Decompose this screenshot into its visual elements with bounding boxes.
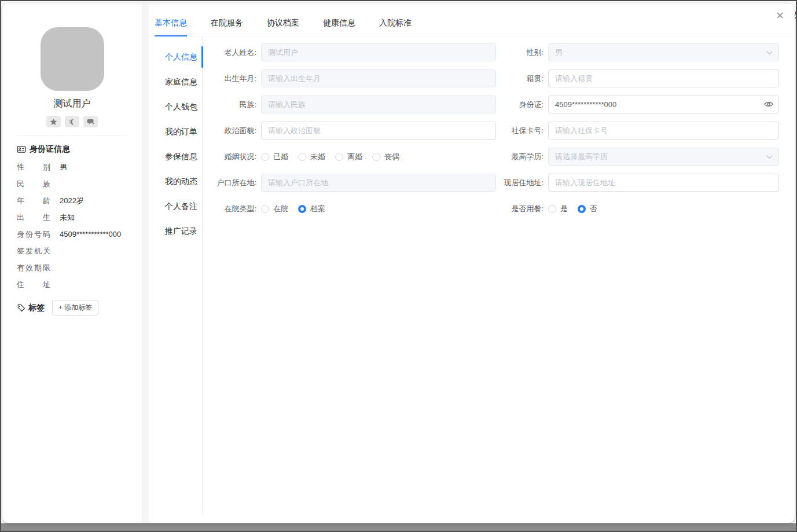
education-select[interactable] [548,148,779,166]
credit-button[interactable] [65,116,79,127]
tab-bar: 基本信息 在院服务 协议档案 健康信息 入院标准 [149,3,795,36]
radio-checked-icon [578,205,586,213]
id-row-value: 4509***********000 [60,230,121,239]
tab-admission-criteria[interactable]: 入院标准 [379,18,412,36]
elder-name-input[interactable] [261,43,496,61]
close-icon[interactable]: ✕ [776,10,784,21]
radio-divorced[interactable]: 离婚 [335,152,362,162]
radio-label: 丧偶 [384,152,399,162]
radio-meal-yes[interactable]: 是 [548,204,568,214]
radio-label: 是 [560,204,568,214]
meal-radio-group: 是 否 [548,204,779,214]
meal-label: 是否用餐: [496,204,548,214]
elder-name-label: 老人姓名: [203,47,261,58]
form-row: 出生年月: 籍贯: [203,69,780,87]
nav-family-info[interactable]: 家庭信息 [149,69,202,94]
residence-type-radio-group: 在院 档案 [261,204,496,214]
nav-personal-info[interactable]: 个人信息 [149,45,202,69]
radio-label: 否 [590,204,597,214]
nav-my-activity[interactable]: 我的动态 [149,169,202,194]
radio-label: 档案 [310,204,325,214]
backdrop-bottom-strip [1,523,796,531]
residence-type-label: 在院类型: [203,204,261,214]
add-tag-button[interactable]: + 添加标签 [52,300,98,315]
star-button[interactable] [46,116,61,127]
political-status-label: 政治面貌: [203,126,261,136]
message-button[interactable] [83,116,98,127]
radio-unchecked-icon [298,153,306,161]
household-address-label: 户口所在地: [203,178,261,188]
tag-icon [17,303,25,312]
avatar [41,27,104,91]
personal-info-form: 老人姓名: 性别: 出生年月: 籍贯: [203,36,795,523]
tab-in-facility-services[interactable]: 在院服务 [211,18,243,36]
chat-bubble-icon [87,118,95,126]
tab-agreement-archive[interactable]: 协议档案 [267,18,299,36]
form-row: 老人姓名: 性别: [203,43,780,61]
form-row: 婚姻状况: 已婚 未婚 离婚 丧偶 最高学历: [203,148,780,166]
radio-label: 离婚 [347,152,362,162]
native-place-label: 籍贯: [496,74,548,84]
social-security-input[interactable] [548,122,779,140]
id-row-label: 身份号码 [17,230,50,239]
section-nav: 个人信息 家庭信息 个人钱包 我的订单 参保信息 我的动态 个人备注 推广记录 [149,36,203,512]
radio-unchecked-icon [548,205,556,213]
form-row: 户口所在地: 现居住地址: [203,174,780,192]
radio-unchecked-icon [335,153,343,161]
gender-select[interactable] [548,43,779,61]
radio-meal-no[interactable]: 否 [578,204,597,214]
nav-insurance-info[interactable]: 参保信息 [149,144,202,169]
native-place-input[interactable] [548,69,779,87]
tags-section: 标签 + 添加标签 [17,300,127,315]
nav-referral-records[interactable]: 推广记录 [149,219,202,244]
radio-archive[interactable]: 档案 [298,204,325,214]
id-row-age: 年龄 2022岁 [17,196,127,205]
birth-date-label: 出生年月: [203,74,261,84]
elder-profile-dialog: 测试用户 身份证信息 性别 男 民族 年龄 2022岁 [2,3,795,523]
nav-personal-notes[interactable]: 个人备注 [149,194,202,219]
radio-unmarried[interactable]: 未婚 [298,152,325,162]
radio-unchecked-icon [261,205,269,213]
marital-status-label: 婚姻状况: [203,152,261,162]
household-address-input[interactable] [261,174,496,192]
radio-in-facility[interactable]: 在院 [261,204,288,214]
nav-my-orders[interactable]: 我的订单 [149,119,202,144]
gender-label: 性别: [496,47,548,58]
eye-icon[interactable] [764,100,773,108]
radio-unchecked-icon [372,153,380,161]
id-row-label: 年龄 [17,196,50,205]
nav-personal-wallet[interactable]: 个人钱包 [149,94,202,119]
id-number-label: 身份证: [496,100,548,110]
quick-action-row [17,116,127,135]
social-security-label: 社保卡号: [496,126,548,136]
radio-widowed[interactable]: 丧偶 [372,152,399,162]
id-row-id-number: 身份号码 4509***********000 [17,230,127,239]
id-row-birth: 出生 未知 [17,213,127,222]
id-row-ethnicity: 民族 [17,179,127,188]
current-address-input[interactable] [548,174,779,192]
id-row-label: 出生 [17,213,50,222]
id-number-input[interactable] [548,96,779,113]
birth-date-input[interactable] [261,69,496,87]
radio-label: 未婚 [310,152,325,162]
id-card-icon [17,145,26,154]
marital-status-radio-group: 已婚 未婚 离婚 丧偶 [261,152,496,162]
tab-body: 个人信息 家庭信息 个人钱包 我的订单 参保信息 我的动态 个人备注 推广记录 … [149,36,795,523]
political-status-input[interactable] [261,122,496,140]
education-label: 最高学历: [496,152,548,162]
id-row-label: 住址 [17,280,50,289]
id-row-value: 未知 [60,213,75,222]
radio-married[interactable]: 已婚 [261,152,288,162]
panel-divider [142,3,149,523]
id-row-label: 性别 [17,163,50,171]
radio-unchecked-icon [261,153,269,161]
tab-health-info[interactable]: 健康信息 [323,18,355,36]
id-row-gender: 性别 男 [17,163,127,171]
tab-basic-info[interactable]: 基本信息 [155,18,187,36]
id-row-label: 有效期限 [17,263,50,272]
id-row-issuer: 签发机关 [17,247,127,255]
form-row: 政治面貌: 社保卡号: [203,122,780,140]
ethnicity-input[interactable] [261,96,496,113]
form-row: 在院类型: 在院 档案 是否用餐: 是 否 [203,200,780,218]
radio-checked-icon [298,205,306,213]
